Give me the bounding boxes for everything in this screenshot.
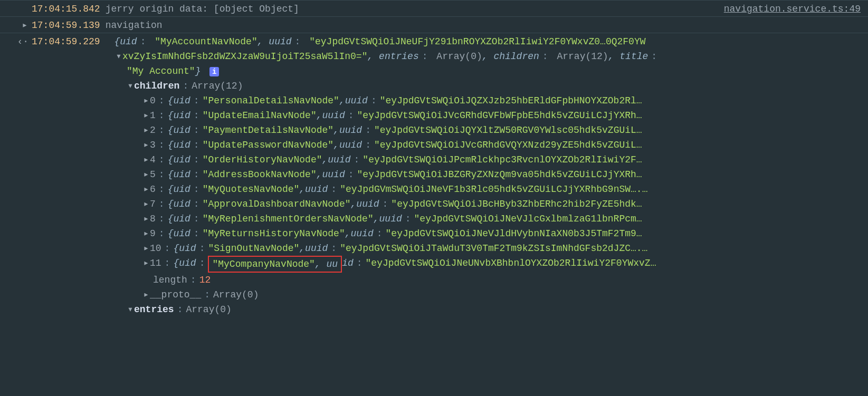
array-item-4[interactable]: 4:{uid:"OrderHistoryNavNode", uuid:"eyJp… bbox=[0, 152, 868, 167]
property-entries[interactable]: entries: Array(0) bbox=[0, 302, 868, 317]
property-proto[interactable]: __proto__: Array(0) bbox=[0, 287, 868, 302]
object-preview-cont[interactable]: "My Account"} i bbox=[0, 64, 868, 79]
array-item-9[interactable]: 9:{uid:"MyReturnsHistoryNavNode", uuid:"… bbox=[0, 226, 868, 241]
expand-arrow[interactable] bbox=[142, 241, 150, 256]
property-length[interactable]: length: 12 bbox=[0, 273, 868, 287]
source-link[interactable]: navigation.service.ts:49 bbox=[724, 2, 861, 16]
timestamp: 17:04:59.229 bbox=[32, 34, 106, 49]
highlighted-value: "MyCompanyNavNode", uu bbox=[208, 256, 342, 273]
timestamp: 17:04:59.139 bbox=[32, 18, 106, 33]
expand-arrow[interactable] bbox=[142, 211, 150, 226]
expanded-arrow[interactable] bbox=[127, 79, 134, 93]
array-item-7[interactable]: 7:{uid:"ApprovalDashboardNavNode", uuid:… bbox=[0, 197, 868, 211]
console-log-line[interactable]: 17:04:15.842 jerry origin data: [object … bbox=[0, 0, 868, 16]
expanded-arrow[interactable] bbox=[115, 49, 122, 64]
array-item-11[interactable]: 11: {uid: "MyCompanyNavNode", uu id: "ey… bbox=[0, 256, 868, 273]
array-item-1[interactable]: 1:{uid:"UpdateEmailNavNode", uuid:"eyJpd… bbox=[0, 108, 868, 123]
expand-arrow[interactable] bbox=[142, 152, 150, 167]
expand-arrow[interactable] bbox=[142, 123, 150, 138]
console-log-line[interactable]: 17:04:59.139 navigation bbox=[0, 16, 868, 33]
expand-arrow[interactable] bbox=[142, 167, 150, 182]
array-item-2[interactable]: 2:{uid:"PaymentDetailsNavNode", uuid:"ey… bbox=[0, 123, 868, 138]
object-preview-cont[interactable]: xvZyIsImNhdGFsb2dWZXJzaW9uIjoiT25saW5lIn… bbox=[0, 49, 868, 64]
info-icon[interactable]: i bbox=[209, 67, 219, 76]
property-children[interactable]: children: Array(12) bbox=[0, 79, 868, 93]
expand-arrow[interactable] bbox=[142, 108, 150, 123]
expand-arrow[interactable] bbox=[142, 138, 150, 152]
console-object-line[interactable]: ‹· 17:04:59.229 {uid: "MyAccountNavNode"… bbox=[0, 33, 868, 49]
array-item-6[interactable]: 6:{uid:"MyQuotesNavNode", uuid:"eyJpdGVm… bbox=[0, 182, 868, 197]
array-item-10[interactable]: 10:{uid:"SignOutNavNode", uuid:"eyJpdGVt… bbox=[0, 241, 868, 256]
expand-arrow[interactable] bbox=[142, 197, 150, 211]
object-preview[interactable]: {uid: "MyAccountNavNode", uuid: "eyJpdGV… bbox=[106, 34, 868, 49]
log-message: navigation bbox=[106, 18, 163, 33]
log-message: jerry origin data: [object Object] bbox=[106, 2, 299, 16]
array-item-0[interactable]: 0:{uid:"PersonalDetailsNavNode", uuid:"e… bbox=[0, 93, 868, 108]
array-item-5[interactable]: 5:{uid:"AddressBookNavNode", uuid:"eyJpd… bbox=[0, 167, 868, 182]
collapse-arrow[interactable]: ‹· bbox=[0, 34, 32, 49]
expand-arrow[interactable] bbox=[0, 18, 32, 33]
timestamp: 17:04:15.842 bbox=[32, 2, 106, 16]
array-item-3[interactable]: 3:{uid:"UpdatePasswordNavNode", uuid:"ey… bbox=[0, 138, 868, 152]
expanded-arrow[interactable] bbox=[127, 302, 134, 317]
expand-arrow[interactable] bbox=[142, 226, 150, 241]
expand-arrow[interactable] bbox=[142, 287, 150, 302]
expand-arrow[interactable] bbox=[142, 93, 150, 108]
expand-arrow[interactable] bbox=[142, 256, 150, 273]
gutter bbox=[0, 2, 32, 16]
array-item-8[interactable]: 8:{uid:"MyReplenishmentOrdersNavNode", u… bbox=[0, 211, 868, 226]
expand-arrow[interactable] bbox=[142, 182, 150, 197]
